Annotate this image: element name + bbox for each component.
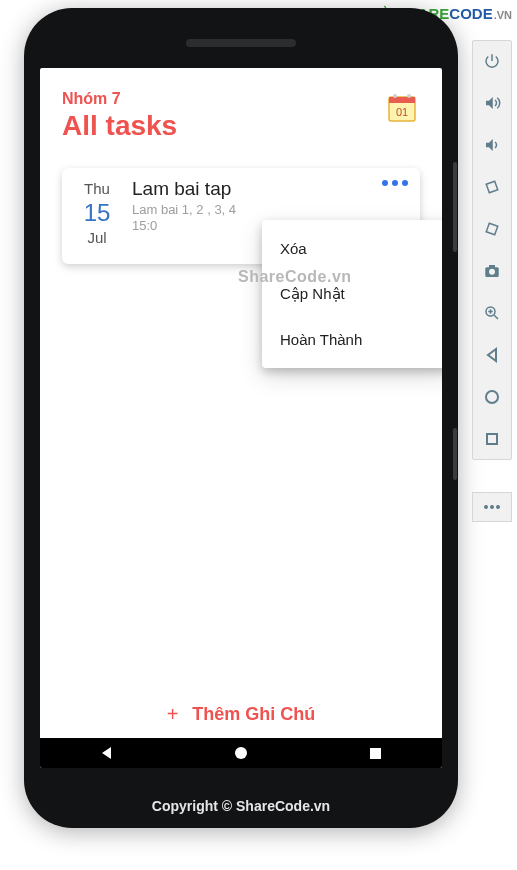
more-button[interactable]	[382, 180, 408, 186]
emu-home-button[interactable]	[476, 383, 508, 411]
task-dow: Thu	[62, 180, 132, 197]
phone-speaker	[186, 39, 296, 47]
calendar-icon: 01	[387, 93, 417, 123]
task-title: Lam bai tap	[132, 178, 408, 200]
emu-power-button[interactable]	[476, 47, 508, 75]
add-note-button[interactable]: + Thêm Ghi Chú	[40, 690, 442, 738]
emu-zoom-button[interactable]	[476, 299, 508, 327]
svg-point-10	[489, 269, 495, 275]
emu-screenshot-button[interactable]	[476, 257, 508, 285]
emu-rotate-left-button[interactable]	[476, 173, 508, 201]
emu-rotate-right-button[interactable]	[476, 215, 508, 243]
home-icon	[484, 389, 500, 405]
nav-overview-button[interactable]	[365, 743, 385, 763]
svg-point-2	[393, 94, 397, 98]
power-key	[453, 428, 457, 480]
emu-more-button[interactable]	[472, 492, 512, 522]
calendar-button[interactable]: 01	[384, 90, 420, 126]
phone-frame: Nhóm 7 All tasks 01 Thu	[24, 8, 458, 828]
task-day: 15	[62, 199, 132, 227]
volume-up-icon	[483, 94, 501, 112]
svg-point-3	[407, 94, 411, 98]
rotate-right-icon	[483, 220, 501, 238]
svg-rect-1	[389, 97, 415, 103]
square-overview-icon	[369, 747, 382, 760]
menu-delete[interactable]: Xóa	[262, 228, 442, 269]
power-icon	[483, 52, 501, 70]
nav-home-button[interactable]	[231, 743, 251, 763]
task-month: Jul	[62, 229, 132, 246]
svg-text:01: 01	[396, 106, 408, 118]
volume-key	[453, 162, 457, 252]
context-menu: Xóa Cập Nhật Hoàn Thành	[262, 220, 442, 368]
emu-volume-down-button[interactable]	[476, 131, 508, 159]
circle-home-icon	[234, 746, 248, 760]
svg-rect-8	[486, 223, 498, 235]
svg-point-18	[484, 505, 488, 509]
svg-point-5	[235, 747, 247, 759]
more-dots-icon	[392, 180, 398, 186]
more-horizontal-icon	[483, 504, 501, 510]
nav-back-button[interactable]	[97, 743, 117, 763]
page-title: All tasks	[62, 110, 420, 142]
svg-rect-6	[370, 748, 381, 759]
svg-point-16	[486, 391, 498, 403]
svg-line-13	[494, 315, 498, 319]
svg-rect-7	[486, 181, 498, 193]
task-date: Thu 15 Jul	[62, 178, 132, 246]
emulator-toolbar	[472, 40, 512, 460]
menu-update[interactable]: Cập Nhật	[262, 273, 442, 315]
camera-icon	[483, 262, 501, 280]
copyright-text: Copyright © ShareCode.vn	[24, 798, 458, 814]
rotate-left-icon	[483, 178, 501, 196]
task-card[interactable]: Thu 15 Jul Lam bai tap Lam bai 1, 2 , 3,…	[62, 168, 420, 264]
more-dots-icon	[402, 180, 408, 186]
add-note-label: Thêm Ghi Chú	[192, 704, 315, 725]
task-desc: Lam bai 1, 2 , 3, 4	[132, 202, 302, 218]
app-root: Nhóm 7 All tasks 01 Thu	[40, 68, 442, 768]
emu-back-button[interactable]	[476, 341, 508, 369]
back-icon	[484, 347, 500, 363]
svg-point-20	[496, 505, 500, 509]
android-navbar	[40, 738, 442, 768]
svg-rect-11	[489, 265, 495, 268]
triangle-back-icon	[100, 746, 114, 760]
menu-complete[interactable]: Hoàn Thành	[262, 319, 442, 360]
overview-icon	[484, 431, 500, 447]
more-dots-icon	[382, 180, 388, 186]
emu-volume-up-button[interactable]	[476, 89, 508, 117]
svg-rect-17	[487, 434, 497, 444]
app-header: Nhóm 7 All tasks	[40, 68, 442, 142]
zoom-icon	[483, 304, 501, 322]
plus-icon: +	[167, 703, 179, 726]
emu-overview-button[interactable]	[476, 425, 508, 453]
phone-screen: Nhóm 7 All tasks 01 Thu	[40, 68, 442, 768]
group-label: Nhóm 7	[62, 90, 420, 108]
volume-down-icon	[483, 136, 501, 154]
svg-point-19	[490, 505, 494, 509]
